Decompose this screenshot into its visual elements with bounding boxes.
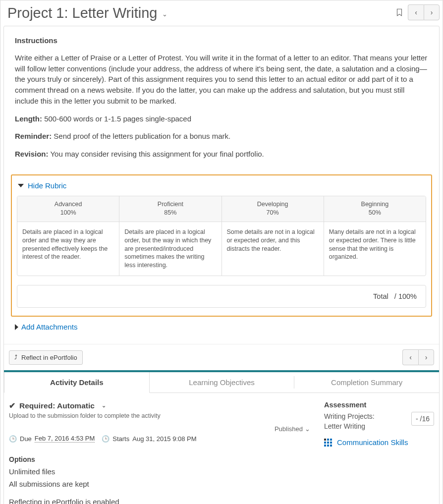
- chevron-right-icon: [15, 324, 18, 330]
- add-attachments-toggle[interactable]: Add Attachments: [4, 323, 439, 344]
- required-toggle[interactable]: ✔ Required: Automatic ⌄: [9, 401, 310, 410]
- tab-completion-summary[interactable]: Completion Summary: [294, 372, 439, 392]
- previous-button-lower[interactable]: ‹: [402, 349, 418, 365]
- communication-skills-link[interactable]: Communication Skills: [324, 438, 434, 447]
- rubric-level-header: Advanced100%: [17, 196, 119, 222]
- chevron-right-icon: ›: [431, 8, 433, 16]
- rubric-cell: Some details are not in a logical or exp…: [222, 222, 324, 276]
- upload-hint: Upload to the submission folder to compl…: [9, 412, 310, 419]
- length-label: Length:: [15, 114, 42, 123]
- option-line: All submissions are kept: [9, 479, 310, 490]
- chevron-down-icon: ⌄: [305, 425, 310, 433]
- bookmark-icon[interactable]: [395, 7, 404, 18]
- assessment-heading: Assessment: [324, 401, 434, 409]
- check-icon: ✔: [9, 401, 15, 410]
- rubric-level-header: Proficient85%: [119, 196, 222, 222]
- instructions-body: Write either a Letter of Praise or a Let…: [15, 53, 428, 107]
- clock-icon: 🕒: [102, 435, 110, 443]
- option-line: Unlimited files: [9, 466, 310, 478]
- chevron-down-icon: [18, 184, 24, 187]
- revision-text: You may consider revising this assignmen…: [49, 150, 264, 158]
- reminder-text: Send proof of the letters publication fo…: [52, 132, 230, 140]
- share-icon: ⤴: [14, 354, 17, 361]
- tab-activity-details[interactable]: Activity Details: [4, 372, 150, 393]
- reflect-label: Reflect in ePortfolio: [21, 354, 77, 361]
- chevron-left-icon: ‹: [415, 8, 417, 16]
- assessment-item: Letter Writing: [324, 422, 375, 432]
- hide-rubric-toggle[interactable]: Hide Rubric: [17, 181, 426, 190]
- next-button[interactable]: ›: [424, 4, 440, 20]
- rubric-cell: Many details are not in a logical or exp…: [324, 222, 426, 276]
- rubric-total: Total / 100%: [17, 285, 426, 308]
- rubric-level-header: Developing70%: [222, 196, 324, 222]
- tab-learning-objectives[interactable]: Learning Objectives: [150, 372, 294, 392]
- rubric-grid-icon: [324, 439, 332, 447]
- instructions-heading: Instructions: [15, 36, 428, 45]
- start-date: Aug 31, 2015 9:08 PM: [132, 435, 196, 443]
- chevron-down-icon: ⌄: [162, 8, 167, 18]
- reflect-enabled-line: Reflecting in ePortfolio is enabled: [9, 497, 310, 504]
- communication-skills-label: Communication Skills: [337, 438, 408, 447]
- chevron-down-icon: ⌄: [102, 402, 106, 409]
- page-title-text: Project 1: Letter Writing: [7, 4, 157, 22]
- rubric-panel: Hide Rubric Advanced100% Proficient85% D…: [11, 174, 432, 317]
- grade-value: - /16: [411, 412, 434, 426]
- reflect-eportfolio-button[interactable]: ⤴ Reflect in ePortfolio: [9, 350, 83, 365]
- previous-button[interactable]: ‹: [408, 4, 424, 20]
- page-title[interactable]: Project 1: Letter Writing ⌄: [7, 4, 167, 22]
- published-toggle[interactable]: Published ⌄: [9, 425, 310, 433]
- published-label: Published: [275, 425, 303, 433]
- next-button-lower[interactable]: ›: [418, 349, 434, 365]
- rubric-cell: Details are placed in a logical order an…: [17, 222, 119, 276]
- clock-icon: 🕒: [9, 435, 17, 443]
- due-date-item: 🕒 Due Feb 7, 2016 4:53 PM: [9, 435, 95, 443]
- length-text: 500-600 words or 1-1.5 pages single-spac…: [42, 114, 191, 123]
- chevron-right-icon: ›: [425, 353, 428, 361]
- revision-label: Revision:: [15, 150, 49, 158]
- rubric-cell: Details are placed in a logical order, b…: [119, 222, 222, 276]
- rubric-level-header: Beginning50%: [324, 196, 426, 222]
- chevron-left-icon: ‹: [409, 353, 412, 361]
- hide-rubric-label: Hide Rubric: [28, 181, 66, 190]
- due-date[interactable]: Feb 7, 2016 4:53 PM: [35, 435, 95, 443]
- add-attachments-label: Add Attachments: [21, 323, 77, 331]
- required-label: Required: Automatic: [19, 401, 95, 410]
- reminder-label: Reminder:: [15, 132, 52, 140]
- start-date-item: 🕒 Starts Aug 31, 2015 9:08 PM: [102, 435, 196, 443]
- options-heading: Options: [9, 455, 310, 463]
- assessment-item: Writing Projects:: [324, 412, 375, 422]
